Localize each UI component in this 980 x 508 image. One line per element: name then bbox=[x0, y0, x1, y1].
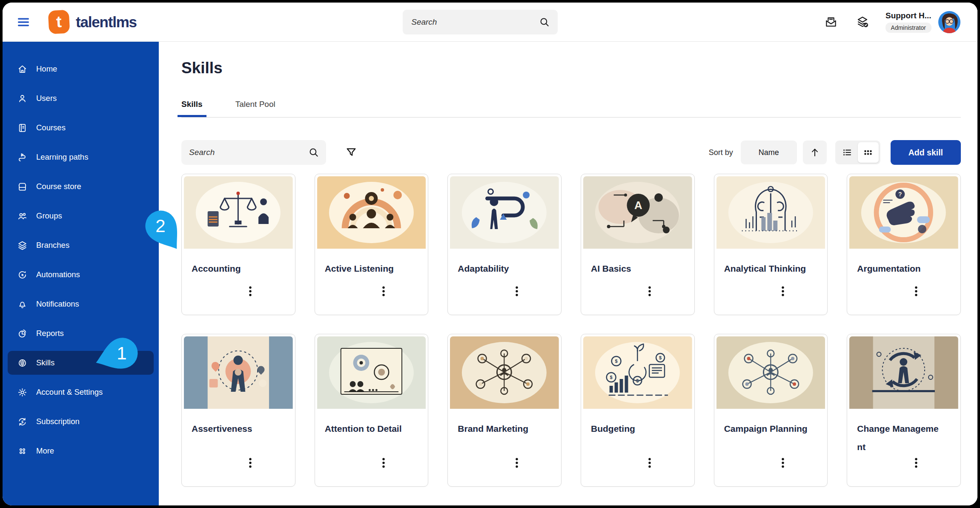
branches-icon bbox=[17, 240, 28, 251]
messages-icon[interactable] bbox=[824, 15, 838, 29]
sidebar-item-label: More bbox=[36, 446, 54, 456]
learning-paths-icon bbox=[17, 152, 28, 163]
skill-card-campaign-planning[interactable]: Campaign Planning bbox=[714, 334, 828, 487]
groups-icon bbox=[17, 211, 28, 221]
skill-illustration bbox=[849, 336, 958, 409]
sidebar-item-label: Automations bbox=[36, 270, 80, 279]
skill-title: Active Listening bbox=[325, 259, 420, 278]
sidebar-item-courses[interactable]: Courses bbox=[8, 116, 154, 140]
avatar[interactable] bbox=[938, 11, 960, 33]
skill-card-active-listening[interactable]: Active Listening bbox=[315, 174, 429, 315]
sidebar-item-users[interactable]: Users bbox=[8, 86, 154, 110]
course-store-icon bbox=[17, 181, 28, 192]
skill-illustration bbox=[450, 176, 559, 249]
list-view-icon[interactable] bbox=[837, 142, 858, 163]
sidebar-item-label: Branches bbox=[36, 241, 69, 250]
sidebar-item-skills[interactable]: Skills bbox=[8, 351, 154, 375]
skills-toolbar: Sort by Name bbox=[181, 140, 961, 165]
sidebar-item-groups[interactable]: Groups bbox=[8, 204, 154, 228]
kebab-menu-icon[interactable] bbox=[513, 284, 520, 299]
skill-card-analytical-thinking[interactable]: Analytical Thinking bbox=[714, 174, 828, 315]
sidebar-item-automations[interactable]: Automations bbox=[8, 263, 154, 287]
sidebar-item-course-store[interactable]: Course store bbox=[8, 175, 154, 198]
skill-title: Adaptability bbox=[458, 259, 553, 278]
sort-direction-button[interactable] bbox=[803, 141, 827, 164]
tab-talent-pool[interactable]: Talent Pool bbox=[232, 100, 279, 117]
skill-title: Argumentation bbox=[857, 259, 952, 278]
grid-view-icon[interactable] bbox=[858, 142, 879, 163]
subscription-icon: $ bbox=[17, 416, 28, 427]
sidebar-item-label: Courses bbox=[36, 123, 66, 132]
filter-icon[interactable] bbox=[345, 146, 358, 159]
skill-card-argumentation[interactable]: ? Argumentation bbox=[847, 174, 961, 315]
reports-icon bbox=[17, 328, 28, 339]
skill-illustration bbox=[450, 336, 559, 409]
skill-illustration bbox=[716, 176, 825, 249]
sidebar-item-label: Subscription bbox=[36, 417, 80, 426]
sidebar-item-label: Home bbox=[36, 64, 57, 74]
skill-title: Change Management bbox=[857, 419, 952, 456]
hamburger-menu-icon[interactable] bbox=[16, 15, 31, 29]
main-content: Skills SkillsTalent Pool Sort by bbox=[159, 42, 977, 505]
sidebar-item-more[interactable]: More bbox=[8, 439, 154, 463]
skills-search-input[interactable] bbox=[188, 147, 308, 158]
page-title: Skills bbox=[181, 59, 961, 77]
kebab-menu-icon[interactable] bbox=[247, 284, 254, 299]
skill-card-ai-basics[interactable]: A AI Basics bbox=[581, 174, 695, 315]
kebab-menu-icon[interactable] bbox=[247, 456, 254, 471]
svg-text:$: $ bbox=[610, 375, 613, 380]
skill-card-assertiveness[interactable]: Assertiveness bbox=[181, 334, 295, 487]
sort-field-button[interactable]: Name bbox=[741, 141, 797, 164]
skill-card-accounting[interactable]: Accounting bbox=[181, 174, 295, 315]
svg-text:?: ? bbox=[898, 191, 902, 198]
skill-card-budgeting[interactable]: $$$$ Budgeting bbox=[581, 334, 695, 487]
skill-title: Campaign Planning bbox=[724, 419, 820, 438]
svg-text:A: A bbox=[634, 199, 642, 211]
skill-title: Attention to Detail bbox=[325, 419, 420, 438]
users-icon bbox=[17, 93, 28, 104]
search-icon[interactable] bbox=[308, 147, 319, 158]
view-toggle bbox=[835, 141, 880, 164]
talentlms-logo[interactable]: t talentlms bbox=[49, 10, 137, 34]
sidebar-item-home[interactable]: Home bbox=[8, 57, 154, 81]
kebab-menu-icon[interactable] bbox=[513, 456, 520, 471]
user-menu[interactable]: Support H... Administrator bbox=[885, 11, 931, 33]
kebab-menu-icon[interactable] bbox=[913, 456, 920, 471]
account-settings-icon bbox=[17, 387, 28, 398]
skill-illustration bbox=[716, 336, 825, 409]
sidebar-item-notifications[interactable]: Notifications bbox=[8, 292, 154, 316]
course-stack-icon[interactable] bbox=[856, 15, 869, 29]
sidebar-item-learning-paths[interactable]: Learning paths bbox=[8, 145, 154, 169]
kebab-menu-icon[interactable] bbox=[779, 284, 786, 299]
sidebar-item-branches[interactable]: Branches bbox=[8, 233, 154, 257]
skill-card-adaptability[interactable]: Adaptability bbox=[447, 174, 562, 315]
sidebar-item-label: Notifications bbox=[36, 299, 79, 309]
tab-bar: SkillsTalent Pool bbox=[181, 100, 961, 118]
app-window: t talentlms bbox=[3, 3, 977, 505]
kebab-menu-icon[interactable] bbox=[380, 284, 387, 299]
add-skill-button[interactable]: Add skill bbox=[891, 140, 961, 165]
sidebar-item-label: Reports bbox=[36, 329, 64, 338]
sidebar-item-reports[interactable]: Reports bbox=[8, 321, 154, 345]
skill-illustration: A bbox=[583, 176, 692, 249]
global-search-input[interactable] bbox=[410, 17, 539, 27]
top-header: t talentlms bbox=[3, 3, 977, 42]
skill-title: Assertiveness bbox=[192, 419, 287, 438]
skill-card-brand-marketing[interactable]: Brand Marketing bbox=[447, 334, 562, 487]
sidebar-item-label: Account & Settings bbox=[36, 387, 103, 397]
skill-card-change-management[interactable]: Change Management bbox=[847, 334, 961, 487]
kebab-menu-icon[interactable] bbox=[646, 456, 653, 471]
logo-mark-icon: t bbox=[48, 10, 70, 34]
sidebar-item-label: Skills bbox=[36, 358, 54, 367]
kebab-menu-icon[interactable] bbox=[913, 284, 920, 299]
sidebar-item-subscription[interactable]: $ Subscription bbox=[8, 410, 154, 433]
sidebar-item-account-settings[interactable]: Account & Settings bbox=[8, 380, 154, 404]
tab-skills[interactable]: Skills bbox=[178, 100, 206, 117]
search-icon[interactable] bbox=[539, 17, 550, 28]
skill-card-attention-to-detail[interactable]: Attention to Detail bbox=[315, 334, 429, 487]
kebab-menu-icon[interactable] bbox=[380, 456, 387, 471]
kebab-menu-icon[interactable] bbox=[646, 284, 653, 299]
sidebar-item-label: Learning paths bbox=[36, 152, 88, 162]
home-icon bbox=[17, 64, 28, 75]
kebab-menu-icon[interactable] bbox=[779, 456, 786, 471]
